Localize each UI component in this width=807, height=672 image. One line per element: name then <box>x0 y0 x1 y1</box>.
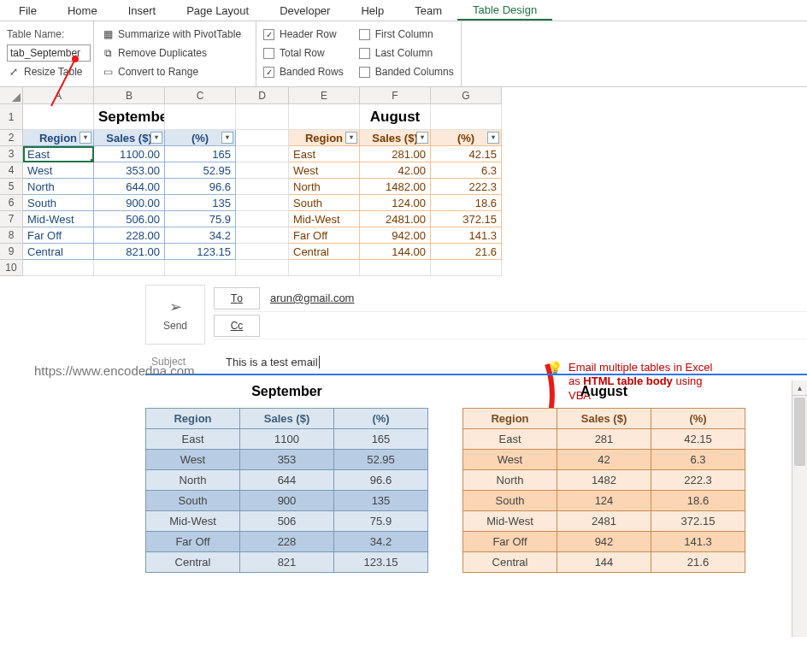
cell-region[interactable]: North <box>23 179 94 195</box>
cell-sales[interactable]: 2481.00 <box>360 211 431 227</box>
col-F[interactable]: F <box>360 87 431 104</box>
filter-dropdown-icon[interactable]: ▾ <box>416 132 428 144</box>
send-button[interactable]: ➢ Send <box>145 285 205 345</box>
to-field[interactable]: arun@gmail.com <box>270 292 354 304</box>
filter-dropdown-icon[interactable]: ▾ <box>487 132 499 144</box>
tab-insert[interactable]: Insert <box>113 2 172 20</box>
select-all-corner[interactable] <box>0 87 23 104</box>
row-7[interactable]: 7 <box>0 211 23 227</box>
cell-pct[interactable]: 222.3 <box>431 179 502 195</box>
scroll-thumb[interactable] <box>794 398 805 466</box>
tab-team[interactable]: Team <box>399 2 457 20</box>
cell-pct[interactable]: 52.95 <box>165 162 236 179</box>
cell-region[interactable]: Central <box>23 244 94 260</box>
row-5[interactable]: 5 <box>0 179 23 195</box>
th-sales-1[interactable]: Sales ($)▾ <box>94 130 165 146</box>
cell-sales[interactable]: 506.00 <box>94 211 165 227</box>
cell-pct[interactable]: 123.15 <box>165 244 236 260</box>
opt-first-column[interactable]: First Column <box>359 25 454 44</box>
th-region-1[interactable]: Region▾ <box>23 130 94 146</box>
col-D[interactable]: D <box>236 87 289 104</box>
cell-region[interactable]: East <box>23 146 94 162</box>
cell-sales[interactable]: 353.00 <box>94 162 165 179</box>
cc-button[interactable]: Cc <box>214 315 260 337</box>
th-sales-2[interactable]: Sales ($)▾ <box>360 130 431 146</box>
cell-pct[interactable]: 18.6 <box>431 195 502 211</box>
cell-region[interactable]: Mid-West <box>23 211 94 227</box>
summarize-pivot-button[interactable]: ▦Summarize with PivotTable <box>101 25 249 44</box>
cell-sales[interactable]: 42.00 <box>360 162 431 179</box>
tab-page-layout[interactable]: Page Layout <box>171 2 264 20</box>
col-E[interactable]: E <box>289 87 360 104</box>
row-4[interactable]: 4 <box>0 162 23 179</box>
col-B[interactable]: B <box>94 87 165 104</box>
cell-sales[interactable]: 1482.00 <box>360 179 431 195</box>
dedupe-icon: ⧉ <box>101 46 115 60</box>
opt-header-row[interactable]: Header Row <box>263 25 344 44</box>
cell-pct[interactable]: 96.6 <box>165 179 236 195</box>
col-G[interactable]: G <box>431 87 502 104</box>
opt-banded-columns[interactable]: Banded Columns <box>359 62 454 81</box>
cell-pct[interactable]: 135 <box>165 195 236 211</box>
cell-pct[interactable]: 21.6 <box>431 244 502 260</box>
col-C[interactable]: C <box>165 87 236 104</box>
tab-table-design[interactable]: Table Design <box>457 1 552 21</box>
scrollbar[interactable]: ▴ <box>792 380 807 637</box>
row-9[interactable]: 9 <box>0 244 23 260</box>
cell-region[interactable]: West <box>289 162 360 179</box>
to-button[interactable]: To <box>214 287 260 309</box>
tab-file[interactable]: File <box>3 2 52 20</box>
cell-sales[interactable]: 281.00 <box>360 146 431 162</box>
cell-sales[interactable]: 900.00 <box>94 195 165 211</box>
cell-region[interactable]: East <box>289 146 360 162</box>
cell-sales[interactable]: 124.00 <box>360 195 431 211</box>
cell-sales[interactable]: 942.00 <box>360 227 431 244</box>
cell-region[interactable]: West <box>23 162 94 179</box>
opt-banded-rows[interactable]: Banded Rows <box>263 62 344 81</box>
row-10[interactable]: 10 <box>0 260 23 276</box>
th-pct-2[interactable]: (%)▾ <box>431 130 502 146</box>
scroll-up-icon[interactable]: ▴ <box>792 380 807 396</box>
row-2[interactable]: 2 <box>0 130 23 146</box>
tab-home[interactable]: Home <box>52 2 113 20</box>
email-body[interactable]: September RegionSales ($)(%)East1100165W… <box>145 380 807 637</box>
subject-field[interactable]: This is a test email <box>226 356 320 368</box>
filter-dropdown-icon[interactable]: ▾ <box>150 132 162 144</box>
cell-region[interactable]: Far Off <box>289 227 360 244</box>
cell-region[interactable]: Far Off <box>23 227 94 244</box>
tab-help[interactable]: Help <box>345 2 399 20</box>
row-6[interactable]: 6 <box>0 195 23 211</box>
cell-sales[interactable]: 644.00 <box>94 179 165 195</box>
cell-grid[interactable]: September August Region▾ Sales ($)▾ (%)▾… <box>23 104 502 276</box>
cell-sales[interactable]: 821.00 <box>94 244 165 260</box>
cell-pct[interactable]: 372.15 <box>431 211 502 227</box>
cell-pct[interactable]: 42.15 <box>431 146 502 162</box>
cell-sales[interactable]: 228.00 <box>94 227 165 244</box>
cell-region[interactable]: Central <box>289 244 360 260</box>
cell-pct[interactable]: 6.3 <box>431 162 502 179</box>
send-icon: ➢ <box>169 298 182 316</box>
cell-sales[interactable]: 1100.00 <box>94 146 165 162</box>
row-8[interactable]: 8 <box>0 227 23 244</box>
cell-region[interactable]: Mid-West <box>289 211 360 227</box>
cell-sales[interactable]: 144.00 <box>360 244 431 260</box>
remove-duplicates-button[interactable]: ⧉Remove Duplicates <box>101 44 249 62</box>
th-pct-1[interactable]: (%)▾ <box>165 130 236 146</box>
cell-pct[interactable]: 165 <box>165 146 236 162</box>
convert-to-range-button[interactable]: ▭Convert to Range <box>101 62 249 81</box>
opt-total-row[interactable]: Total Row <box>263 44 344 62</box>
cell-pct[interactable]: 141.3 <box>431 227 502 244</box>
tab-developer[interactable]: Developer <box>264 2 345 20</box>
cell-pct[interactable]: 75.9 <box>165 211 236 227</box>
filter-dropdown-icon[interactable]: ▾ <box>221 132 233 144</box>
filter-dropdown-icon[interactable]: ▾ <box>345 132 357 144</box>
cell-region[interactable]: South <box>289 195 360 211</box>
filter-dropdown-icon[interactable]: ▾ <box>80 132 91 144</box>
cell-region[interactable]: North <box>289 179 360 195</box>
cell-region[interactable]: South <box>23 195 94 211</box>
row-3[interactable]: 3 <box>0 146 23 162</box>
opt-last-column[interactable]: Last Column <box>359 44 454 62</box>
row-1[interactable]: 1 <box>0 104 23 130</box>
th-region-2[interactable]: Region▾ <box>289 130 360 146</box>
cell-pct[interactable]: 34.2 <box>165 227 236 244</box>
